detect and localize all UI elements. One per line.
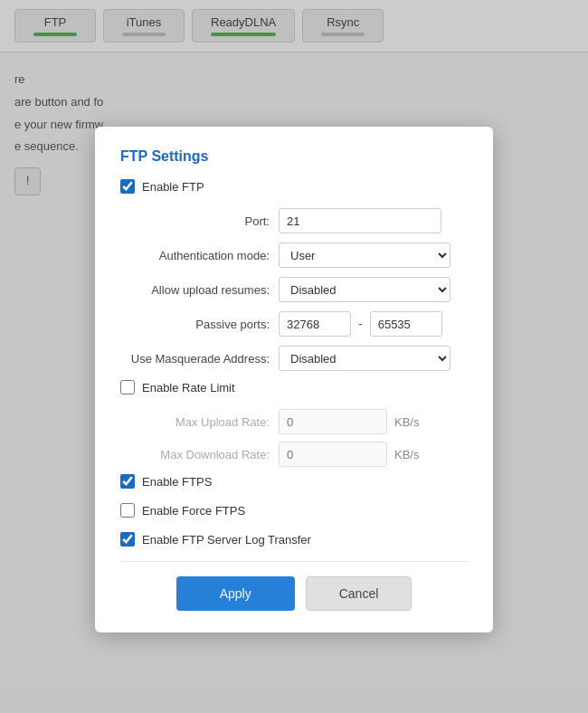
rate-limit-checkbox[interactable]	[120, 380, 135, 395]
enable-ftp-checkbox[interactable]	[120, 179, 135, 194]
passive-ports-dash: -	[358, 317, 363, 331]
enable-ftps-row: Enable FTPS	[120, 474, 468, 489]
passive-port-end-input[interactable]	[370, 311, 442, 337]
apply-button[interactable]: Apply	[176, 576, 295, 611]
passive-ports-row: Passive ports: -	[120, 311, 468, 337]
enable-ftps-label[interactable]: Enable FTPS	[142, 475, 212, 489]
port-input[interactable]	[279, 208, 441, 233]
enable-ftp-label[interactable]: Enable FTP	[142, 180, 204, 194]
enable-force-ftps-label[interactable]: Enable Force FTPS	[142, 504, 245, 518]
max-upload-input[interactable]	[279, 409, 387, 434]
download-rate-unit: KB/s	[394, 448, 419, 461]
modal-footer: Apply Cancel	[120, 576, 468, 611]
port-row: Port:	[120, 208, 468, 233]
enable-force-ftps-checkbox[interactable]	[120, 503, 135, 518]
masquerade-select[interactable]: Disabled Enabled	[279, 346, 450, 371]
upload-resumes-label: Allow upload resumes:	[120, 283, 279, 297]
upload-resumes-select[interactable]: Disabled Enabled	[279, 277, 450, 302]
rate-limit-row: Enable Rate Limit	[120, 380, 468, 395]
max-download-label: Max Download Rate:	[120, 448, 279, 461]
auth-mode-label: Authentication mode:	[120, 249, 279, 262]
max-download-input[interactable]	[279, 442, 387, 467]
enable-ftp-log-checkbox[interactable]	[120, 532, 135, 547]
max-download-row: Max Download Rate: KB/s	[120, 442, 468, 467]
max-upload-row: Max Upload Rate: KB/s	[120, 409, 468, 434]
passive-ports-container: -	[279, 311, 442, 337]
max-upload-label: Max Upload Rate:	[120, 415, 279, 429]
enable-ftp-log-row: Enable FTP Server Log Transfer	[120, 532, 468, 547]
modal-title: FTP Settings	[120, 148, 468, 165]
modal-divider	[120, 561, 468, 562]
masquerade-label: Use Masquerade Address:	[120, 352, 279, 366]
enable-ftp-row: Enable FTP	[120, 179, 468, 194]
enable-force-ftps-row: Enable Force FTPS	[120, 503, 468, 518]
auth-mode-row: Authentication mode: User Anonymous Both	[120, 242, 468, 268]
port-label: Port:	[120, 214, 279, 228]
cancel-button[interactable]: Cancel	[306, 576, 413, 611]
masquerade-row: Use Masquerade Address: Disabled Enabled	[120, 346, 468, 371]
rate-limit-label[interactable]: Enable Rate Limit	[142, 381, 235, 395]
enable-ftps-checkbox[interactable]	[120, 474, 135, 489]
enable-ftp-log-label[interactable]: Enable FTP Server Log Transfer	[142, 533, 311, 547]
auth-mode-select[interactable]: User Anonymous Both	[279, 242, 450, 268]
passive-ports-label: Passive ports:	[120, 318, 279, 331]
upload-resumes-row: Allow upload resumes: Disabled Enabled	[120, 277, 468, 302]
upload-rate-unit: KB/s	[394, 415, 419, 429]
modal-overlay: FTP Settings Enable FTP Port: Authentica…	[0, 0, 588, 713]
passive-port-start-input[interactable]	[279, 311, 351, 337]
ftp-settings-modal: FTP Settings Enable FTP Port: Authentica…	[95, 127, 493, 632]
